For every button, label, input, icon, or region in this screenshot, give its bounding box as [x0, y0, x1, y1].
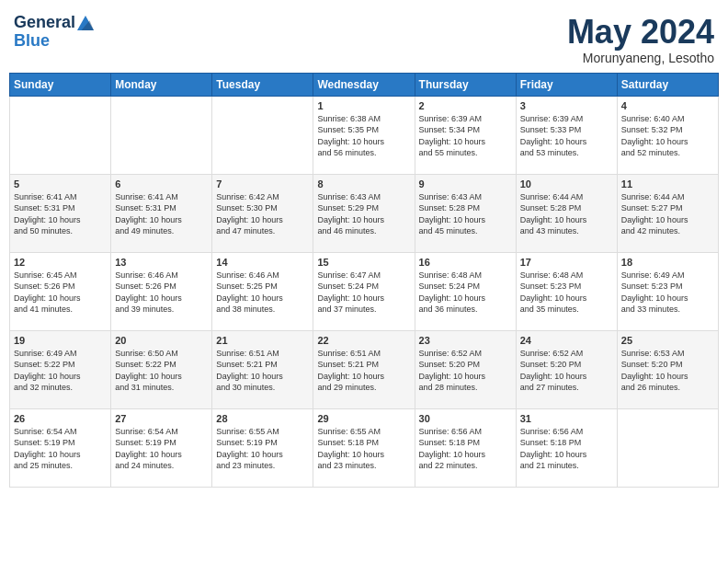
day-number: 22	[317, 335, 410, 346]
day-info: Sunrise: 6:48 AM Sunset: 5:23 PM Dayligh…	[520, 270, 613, 316]
day-info: Sunrise: 6:43 AM Sunset: 5:29 PM Dayligh…	[317, 191, 410, 237]
day-info: Sunrise: 6:56 AM Sunset: 5:18 PM Dayligh…	[419, 426, 512, 472]
week-row-3: 12Sunrise: 6:45 AM Sunset: 5:26 PM Dayli…	[10, 252, 719, 330]
calendar-cell: 19Sunrise: 6:49 AM Sunset: 5:22 PM Dayli…	[10, 330, 111, 408]
day-info: Sunrise: 6:54 AM Sunset: 5:19 PM Dayligh…	[115, 426, 208, 472]
calendar-cell: 29Sunrise: 6:55 AM Sunset: 5:18 PM Dayli…	[313, 408, 415, 487]
day-number: 18	[621, 257, 714, 268]
day-info: Sunrise: 6:49 AM Sunset: 5:22 PM Dayligh…	[14, 348, 107, 394]
calendar-cell: 26Sunrise: 6:54 AM Sunset: 5:19 PM Dayli…	[10, 408, 111, 487]
day-number: 3	[520, 100, 613, 111]
month-year: May 2024	[567, 14, 714, 51]
day-info: Sunrise: 6:52 AM Sunset: 5:20 PM Dayligh…	[520, 348, 613, 394]
day-number: 19	[14, 335, 107, 346]
calendar: SundayMondayTuesdayWednesdayThursdayFrid…	[9, 73, 719, 488]
header-wednesday: Wednesday	[313, 73, 415, 96]
location: Morunyaneng, Lesotho	[567, 51, 714, 65]
day-info: Sunrise: 6:38 AM Sunset: 5:35 PM Dayligh…	[317, 113, 410, 159]
day-number: 5	[14, 178, 107, 190]
day-info: Sunrise: 6:42 AM Sunset: 5:30 PM Dayligh…	[216, 191, 309, 237]
day-info: Sunrise: 6:40 AM Sunset: 5:32 PM Dayligh…	[621, 113, 714, 159]
day-number: 29	[317, 413, 410, 424]
day-number: 11	[621, 178, 714, 190]
calendar-cell: 17Sunrise: 6:48 AM Sunset: 5:23 PM Dayli…	[516, 252, 617, 330]
day-info: Sunrise: 6:51 AM Sunset: 5:21 PM Dayligh…	[216, 348, 309, 394]
day-info: Sunrise: 6:51 AM Sunset: 5:21 PM Dayligh…	[317, 348, 410, 394]
day-number: 16	[419, 257, 512, 268]
calendar-cell: 3Sunrise: 6:39 AM Sunset: 5:33 PM Daylig…	[516, 96, 617, 174]
header-friday: Friday	[516, 73, 617, 96]
calendar-cell: 22Sunrise: 6:51 AM Sunset: 5:21 PM Dayli…	[313, 330, 415, 408]
day-number: 1	[317, 100, 410, 111]
day-info: Sunrise: 6:53 AM Sunset: 5:20 PM Dayligh…	[621, 348, 714, 394]
day-info: Sunrise: 6:54 AM Sunset: 5:19 PM Dayligh…	[14, 426, 107, 472]
day-info: Sunrise: 6:46 AM Sunset: 5:26 PM Dayligh…	[115, 270, 208, 316]
week-row-1: 1Sunrise: 6:38 AM Sunset: 5:35 PM Daylig…	[10, 96, 719, 174]
day-number: 14	[216, 257, 309, 268]
calendar-header-row: SundayMondayTuesdayWednesdayThursdayFrid…	[10, 73, 719, 96]
day-number: 23	[419, 335, 512, 346]
week-row-5: 26Sunrise: 6:54 AM Sunset: 5:19 PM Dayli…	[10, 408, 719, 487]
calendar-cell: 11Sunrise: 6:44 AM Sunset: 5:27 PM Dayli…	[617, 174, 718, 252]
day-number: 24	[520, 335, 613, 346]
day-number: 4	[621, 100, 714, 111]
day-info: Sunrise: 6:50 AM Sunset: 5:22 PM Dayligh…	[115, 348, 208, 394]
day-number: 8	[317, 178, 410, 190]
day-number: 27	[115, 413, 208, 424]
day-info: Sunrise: 6:46 AM Sunset: 5:25 PM Dayligh…	[216, 270, 309, 316]
day-number: 9	[419, 178, 512, 190]
calendar-cell: 9Sunrise: 6:43 AM Sunset: 5:28 PM Daylig…	[415, 174, 516, 252]
day-number: 15	[317, 257, 410, 268]
day-number: 25	[621, 335, 714, 346]
day-number: 26	[14, 413, 107, 424]
calendar-cell: 28Sunrise: 6:55 AM Sunset: 5:19 PM Dayli…	[212, 408, 313, 487]
calendar-cell: 18Sunrise: 6:49 AM Sunset: 5:23 PM Dayli…	[617, 252, 718, 330]
week-row-2: 5Sunrise: 6:41 AM Sunset: 5:31 PM Daylig…	[10, 174, 719, 252]
day-info: Sunrise: 6:41 AM Sunset: 5:31 PM Dayligh…	[115, 191, 208, 237]
header: General Blue May 2024 Morunyaneng, Lesot…	[9, 9, 719, 65]
day-info: Sunrise: 6:56 AM Sunset: 5:18 PM Dayligh…	[520, 426, 613, 472]
calendar-cell: 5Sunrise: 6:41 AM Sunset: 5:31 PM Daylig…	[10, 174, 111, 252]
day-number: 10	[520, 178, 613, 190]
calendar-cell: 2Sunrise: 6:39 AM Sunset: 5:34 PM Daylig…	[415, 96, 516, 174]
calendar-cell: 20Sunrise: 6:50 AM Sunset: 5:22 PM Dayli…	[111, 330, 212, 408]
day-info: Sunrise: 6:45 AM Sunset: 5:26 PM Dayligh…	[14, 270, 107, 316]
calendar-cell: 8Sunrise: 6:43 AM Sunset: 5:29 PM Daylig…	[313, 174, 415, 252]
day-number: 31	[520, 413, 613, 424]
week-row-4: 19Sunrise: 6:49 AM Sunset: 5:22 PM Dayli…	[10, 330, 719, 408]
day-info: Sunrise: 6:43 AM Sunset: 5:28 PM Dayligh…	[419, 191, 512, 237]
day-info: Sunrise: 6:44 AM Sunset: 5:27 PM Dayligh…	[621, 191, 714, 237]
day-number: 13	[115, 257, 208, 268]
header-tuesday: Tuesday	[212, 73, 313, 96]
logo-text-general: General	[14, 14, 75, 32]
header-thursday: Thursday	[415, 73, 516, 96]
calendar-cell: 15Sunrise: 6:47 AM Sunset: 5:24 PM Dayli…	[313, 252, 415, 330]
calendar-cell: 7Sunrise: 6:42 AM Sunset: 5:30 PM Daylig…	[212, 174, 313, 252]
day-number: 28	[216, 413, 309, 424]
calendar-cell: 16Sunrise: 6:48 AM Sunset: 5:24 PM Dayli…	[415, 252, 516, 330]
header-saturday: Saturday	[617, 73, 718, 96]
day-number: 21	[216, 335, 309, 346]
day-number: 17	[520, 257, 613, 268]
day-info: Sunrise: 6:52 AM Sunset: 5:20 PM Dayligh…	[419, 348, 512, 394]
calendar-cell: 23Sunrise: 6:52 AM Sunset: 5:20 PM Dayli…	[415, 330, 516, 408]
calendar-cell	[10, 96, 111, 174]
calendar-cell: 27Sunrise: 6:54 AM Sunset: 5:19 PM Dayli…	[111, 408, 212, 487]
day-number: 20	[115, 335, 208, 346]
logo-icon	[77, 15, 94, 31]
day-number: 30	[419, 413, 512, 424]
day-info: Sunrise: 6:49 AM Sunset: 5:23 PM Dayligh…	[621, 270, 714, 316]
calendar-cell: 24Sunrise: 6:52 AM Sunset: 5:20 PM Dayli…	[516, 330, 617, 408]
day-info: Sunrise: 6:55 AM Sunset: 5:18 PM Dayligh…	[317, 426, 410, 472]
calendar-cell: 4Sunrise: 6:40 AM Sunset: 5:32 PM Daylig…	[617, 96, 718, 174]
title-section: May 2024 Morunyaneng, Lesotho	[567, 14, 714, 65]
calendar-cell: 25Sunrise: 6:53 AM Sunset: 5:20 PM Dayli…	[617, 330, 718, 408]
calendar-cell: 6Sunrise: 6:41 AM Sunset: 5:31 PM Daylig…	[111, 174, 212, 252]
day-info: Sunrise: 6:55 AM Sunset: 5:19 PM Dayligh…	[216, 426, 309, 472]
day-info: Sunrise: 6:41 AM Sunset: 5:31 PM Dayligh…	[14, 191, 107, 237]
calendar-cell: 12Sunrise: 6:45 AM Sunset: 5:26 PM Dayli…	[10, 252, 111, 330]
day-info: Sunrise: 6:39 AM Sunset: 5:34 PM Dayligh…	[419, 113, 512, 159]
header-monday: Monday	[111, 73, 212, 96]
calendar-cell: 30Sunrise: 6:56 AM Sunset: 5:18 PM Dayli…	[415, 408, 516, 487]
logo: General Blue	[14, 14, 94, 51]
